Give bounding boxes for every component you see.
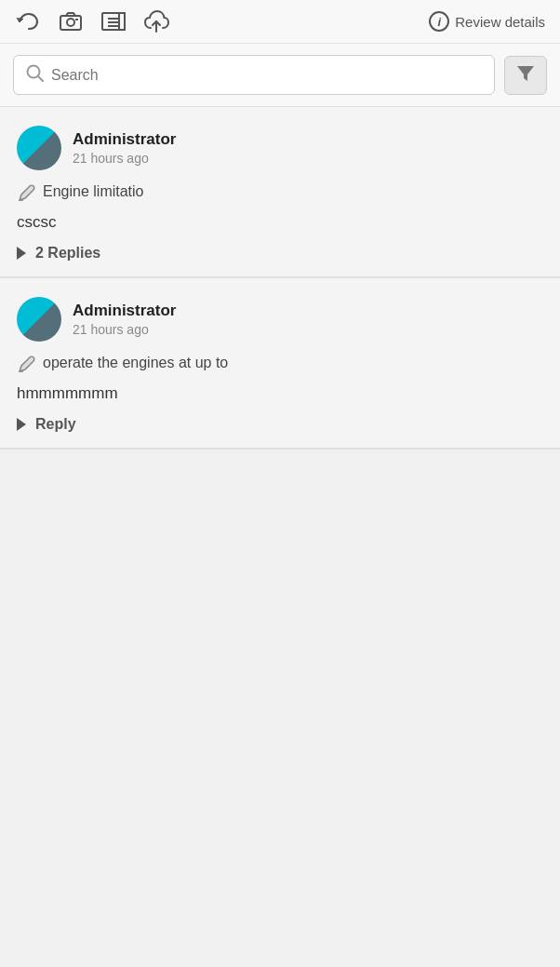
comment-body: operate the engines at up to hmmmmmmm [17,355,543,403]
chevron-right-icon [17,247,26,260]
reply-toggle[interactable]: Reply [17,416,543,433]
search-input[interactable] [51,67,483,84]
pencil-icon [17,356,35,379]
comment-body: Engine limitatio cscsc [17,183,543,232]
reply-label: Reply [35,416,76,433]
camera-icon[interactable] [58,10,84,33]
review-details-label: Review details [455,14,545,30]
svg-point-1 [67,19,74,26]
search-icon [25,63,44,87]
avatar [17,126,61,170]
undo-icon[interactable] [15,10,41,33]
comment-header: Administrator 21 hours ago [17,126,543,170]
annotation-text: Engine limitatio [43,183,144,200]
comment-card: Administrator 21 hours ago Engine limita… [0,107,560,278]
comment-header: Administrator 21 hours ago [17,297,543,342]
annotation-text: operate the engines at up to [43,355,228,371]
author-info: Administrator 21 hours ago [73,130,176,166]
bottom-area [0,450,560,654]
comment-text: cscsc [17,213,543,232]
chevron-right-icon [17,418,26,431]
filter-icon [515,62,536,87]
comment-card: Administrator 21 hours ago operate the e… [0,278,560,450]
upload-cloud-icon[interactable] [143,9,169,34]
avatar [17,297,61,342]
comment-text: hmmmmmmm [17,384,543,403]
comment-annotation: operate the engines at up to [17,355,543,379]
author-name: Administrator [73,302,176,320]
toolbar: i Review details [0,0,560,44]
author-name: Administrator [73,130,176,149]
replies-label: 2 Replies [35,245,100,262]
svg-marker-10 [517,66,534,81]
time-ago: 21 hours ago [73,322,176,337]
author-info: Administrator 21 hours ago [73,302,176,337]
replies-toggle[interactable]: 2 Replies [17,245,543,262]
search-bar [0,44,560,107]
svg-rect-2 [75,19,78,20]
pencil-icon [17,184,35,208]
time-ago: 21 hours ago [73,151,176,166]
info-icon: i [429,11,449,32]
import-icon[interactable] [100,10,127,33]
svg-line-9 [38,76,43,81]
review-details-button[interactable]: i Review details [429,11,545,32]
search-input-wrapper[interactable] [13,55,495,95]
filter-button[interactable] [504,56,547,95]
comment-annotation: Engine limitatio [17,183,543,208]
